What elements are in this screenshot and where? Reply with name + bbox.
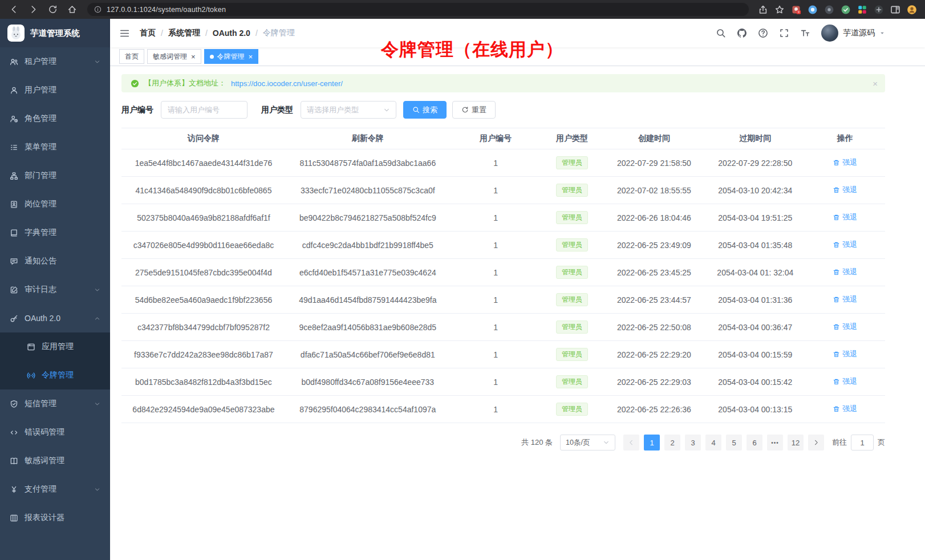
site-info-icon[interactable] (94, 6, 102, 13)
column-header: 过期时间 (705, 128, 805, 149)
sidebar-item-audit[interactable]: 审计日志 (0, 275, 110, 304)
page-button-3[interactable]: 3 (685, 435, 701, 451)
access-token-cell: c347026e805e4d99b0d116eae66eda8c (121, 232, 286, 259)
page-button-4[interactable]: 4 (705, 435, 721, 451)
forward-icon[interactable] (29, 5, 38, 14)
home-icon[interactable] (67, 5, 77, 14)
help-icon[interactable] (758, 28, 768, 38)
sidebar-item-dept[interactable]: 部门管理 (0, 161, 110, 190)
goto-page-input[interactable] (851, 435, 874, 451)
close-icon[interactable]: × (873, 79, 878, 88)
force-logout-button[interactable]: 强退 (833, 404, 857, 414)
table-row: f9336e7c7dd242a283ee98dc86b17a87dfa6c71a… (121, 341, 885, 368)
ext-blue-icon[interactable] (808, 5, 818, 15)
search-icon[interactable] (716, 28, 726, 38)
force-logout-button[interactable]: 强退 (833, 212, 857, 222)
doc-link[interactable]: https://doc.iocoder.cn/user-center/ (231, 79, 343, 88)
table-row: 41c41346a548490f9dc8b01c6bfe0865333ecfc7… (121, 177, 885, 204)
audit-icon (10, 286, 18, 294)
trash-icon (833, 214, 840, 221)
url-bar[interactable]: 127.0.0.1:1024/system/oauth2/token (87, 3, 749, 16)
share-icon[interactable] (758, 5, 768, 15)
sidebar-item-user[interactable]: 用户管理 (0, 76, 110, 104)
ext-gray-icon[interactable] (874, 5, 884, 15)
github-icon[interactable] (737, 28, 747, 38)
page-size-select[interactable]: 10条/页 (560, 435, 615, 451)
fullscreen-icon[interactable] (779, 28, 789, 38)
create-time-cell: 2022-06-25 22:50:08 (603, 314, 706, 341)
more-pages-button[interactable]: ••• (767, 435, 783, 451)
role-icon (10, 115, 18, 123)
sidebar-item-post[interactable]: 岗位管理 (0, 190, 110, 218)
chevron-up-icon (94, 315, 100, 322)
user-id-input[interactable] (161, 101, 248, 119)
sidebar-item-role[interactable]: 角色管理 (0, 104, 110, 133)
sidebar-item-notice[interactable]: 通知公告 (0, 247, 110, 275)
force-logout-button[interactable]: 强退 (833, 322, 857, 332)
font-size-icon[interactable] (800, 28, 810, 38)
breadcrumb-item[interactable]: 首页 (140, 28, 156, 38)
sidebar-item-report[interactable]: 报表设计器 (0, 504, 110, 532)
avatar (821, 25, 838, 42)
tenant-icon (10, 58, 18, 66)
ext-green-icon[interactable] (841, 5, 851, 15)
tab-2[interactable]: 令牌管理× (204, 49, 259, 64)
page-button-5[interactable]: 5 (726, 435, 742, 451)
close-icon[interactable]: × (249, 53, 253, 60)
user-type-badge: 管理员 (556, 348, 588, 362)
breadcrumb-item[interactable]: 系统管理 (168, 28, 200, 38)
chevron-down-icon (383, 107, 390, 113)
profile-avatar-icon[interactable] (907, 5, 917, 15)
back-icon[interactable] (9, 5, 19, 14)
user-type-select[interactable]: 请选择用户类型 (301, 101, 396, 119)
split-view-icon[interactable] (890, 5, 900, 15)
sidebar-item-oauth[interactable]: OAuth 2.0 (0, 304, 110, 332)
sidebar-item-dict[interactable]: 字典管理 (0, 218, 110, 247)
refresh-token-cell: cdfc4ce9c2da4bb1bdf21b9918ff4be5 (286, 232, 450, 259)
breadcrumb-item[interactable]: OAuth 2.0 (213, 29, 250, 38)
sidebar-item-oauth-app[interactable]: 应用管理 (0, 332, 110, 361)
sidebar-item-label: 部门管理 (25, 171, 56, 181)
search-button[interactable]: 搜索 (403, 101, 447, 119)
ext-dark-icon[interactable] (824, 5, 834, 15)
tab-1[interactable]: 敏感词管理× (147, 49, 201, 64)
sidebar-item-label: 敏感词管理 (25, 456, 64, 466)
bookmark-star-icon[interactable] (774, 5, 785, 15)
sidebar-item-label: 支付管理 (25, 484, 56, 494)
hamburger-icon[interactable] (119, 28, 130, 39)
sidebar-item-sensitive[interactable]: 敏感词管理 (0, 447, 110, 475)
tab-0[interactable]: 首页 (119, 49, 144, 64)
page-button-6[interactable]: 6 (747, 435, 762, 451)
prev-page-button[interactable] (623, 435, 639, 451)
ext-red-icon[interactable]: 0 (791, 5, 801, 15)
reset-button[interactable]: 重置 (452, 101, 496, 119)
force-logout-button[interactable]: 强退 (833, 294, 857, 305)
ext-color-icon[interactable] (857, 5, 867, 15)
force-logout-button[interactable]: 强退 (833, 240, 857, 250)
user-menu[interactable]: 芋道源码 (821, 25, 885, 42)
tab-label: 令牌管理 (217, 52, 245, 62)
sidebar-item-label: 岗位管理 (25, 199, 56, 209)
sidebar-item-errcode[interactable]: 错误码管理 (0, 418, 110, 447)
page-button-1[interactable]: 1 (644, 435, 660, 451)
sidebar-item-sms[interactable]: 短信管理 (0, 389, 110, 418)
next-page-button[interactable] (808, 435, 824, 451)
expire-time-cell: 2054-03-04 00:15:59 (705, 341, 805, 368)
force-logout-button[interactable]: 强退 (833, 349, 857, 359)
force-logout-button[interactable]: 强退 (833, 267, 857, 277)
search-icon (412, 106, 420, 113)
sidebar-item-tenant[interactable]: 租户管理 (0, 47, 110, 76)
close-icon[interactable]: × (191, 53, 196, 60)
app-logo[interactable]: 芋道管理系统 (0, 19, 110, 47)
force-logout-button[interactable]: 强退 (833, 157, 857, 168)
sidebar-item-menu[interactable]: 菜单管理 (0, 133, 110, 161)
sidebar-item-pay[interactable]: 支付管理 (0, 475, 110, 504)
force-logout-button[interactable]: 强退 (833, 185, 857, 195)
create-time-cell: 2022-06-25 22:29:20 (603, 341, 706, 368)
user-id-cell: 1 (450, 396, 542, 423)
force-logout-button[interactable]: 强退 (833, 376, 857, 387)
reload-icon[interactable] (48, 5, 58, 14)
page-button-12[interactable]: 12 (788, 435, 804, 451)
sidebar-item-oauth-token[interactable]: 令牌管理 (0, 361, 110, 389)
page-button-2[interactable]: 2 (664, 435, 680, 451)
